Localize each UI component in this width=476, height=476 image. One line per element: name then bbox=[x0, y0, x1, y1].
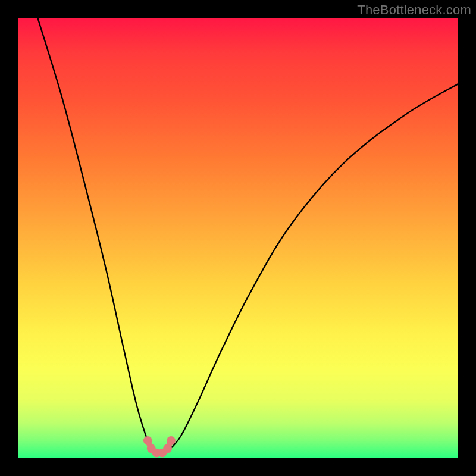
bead bbox=[163, 444, 172, 453]
watermark-text: TheBottleneck.com bbox=[357, 2, 471, 18]
bead bbox=[143, 436, 152, 445]
bead bbox=[167, 436, 176, 445]
plot-area bbox=[18, 18, 458, 458]
u-minimum-beads bbox=[143, 436, 176, 458]
left-curve bbox=[37, 18, 154, 452]
curves-svg bbox=[18, 18, 458, 458]
chart-frame: TheBottleneck.com bbox=[0, 0, 476, 476]
right-curve bbox=[168, 84, 458, 452]
